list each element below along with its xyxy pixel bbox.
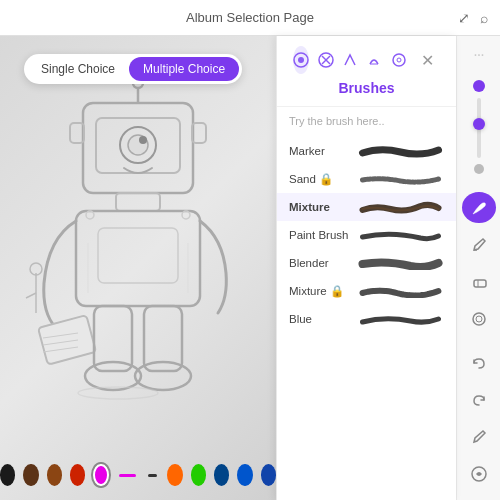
- color-brown[interactable]: [47, 464, 62, 486]
- svg-point-34: [393, 54, 405, 66]
- svg-rect-12: [38, 315, 96, 365]
- brush-tool-5[interactable]: [391, 46, 407, 74]
- palette-line-magenta: [119, 474, 137, 477]
- svg-line-23: [26, 293, 36, 298]
- color-black[interactable]: [0, 464, 15, 486]
- brush-stroke-mixture-2: [357, 283, 444, 299]
- svg-rect-9: [116, 193, 160, 211]
- effects-sidebar-button[interactable]: [462, 459, 496, 490]
- brush-stroke-marker: [357, 143, 444, 159]
- try-brush-text: Try the brush here..: [277, 107, 456, 133]
- brush-label-blender: Blender: [289, 257, 349, 269]
- svg-point-39: [473, 313, 485, 325]
- slider-track[interactable]: [477, 98, 481, 158]
- search-icon[interactable]: ⌕: [480, 10, 488, 26]
- brush-label-mixture-2: Mixture 🔒: [289, 284, 349, 298]
- edit-sidebar-button[interactable]: [462, 422, 496, 453]
- brush-item-marker[interactable]: Marker: [277, 137, 456, 165]
- brush-label-mixture: Mixture: [289, 201, 349, 213]
- header: Album Selection Page ⤢ ⌕: [0, 0, 500, 36]
- single-choice-button[interactable]: Single Choice: [27, 57, 129, 81]
- svg-rect-11: [98, 228, 178, 283]
- choice-toggle: Single Choice Multiple Choice: [24, 54, 242, 84]
- canvas-area[interactable]: Single Choice Multiple Choice: [0, 36, 276, 500]
- color-blue[interactable]: [237, 464, 252, 486]
- slider-thumb: [473, 118, 485, 130]
- svg-point-4: [139, 136, 147, 144]
- eraser-sidebar-button[interactable]: [462, 267, 496, 298]
- sidebar-dots: ···: [473, 46, 483, 64]
- brush-stroke-blender: [357, 255, 444, 271]
- brush-stroke-mixture: [357, 199, 444, 215]
- brush-label-sand: Sand 🔒: [289, 172, 349, 186]
- brush-tools-row: ✕: [289, 46, 444, 74]
- close-brushes-button[interactable]: ✕: [415, 49, 440, 72]
- brush-tool-2[interactable]: [317, 46, 333, 74]
- brush-tool-4[interactable]: [366, 46, 382, 74]
- main-area: Single Choice Multiple Choice: [0, 36, 500, 500]
- brush-stroke-blue: [357, 311, 444, 327]
- brush-list: Marker Sand 🔒 Mixture: [277, 133, 456, 500]
- robot-svg: [8, 73, 268, 463]
- redo-sidebar-button[interactable]: [462, 384, 496, 415]
- svg-point-18: [85, 362, 141, 390]
- color-green[interactable]: [191, 464, 206, 486]
- svg-rect-10: [76, 211, 200, 306]
- brush-item-sand[interactable]: Sand 🔒: [277, 165, 456, 193]
- brush-stroke-paint-brush: [357, 227, 444, 243]
- svg-point-19: [135, 362, 191, 390]
- color-palette: [0, 464, 276, 486]
- brushes-panel-header: ✕ Brushes: [277, 36, 456, 107]
- brush-stroke-sand: [357, 171, 444, 187]
- svg-rect-37: [474, 280, 486, 287]
- palette-line-dark: [148, 474, 157, 477]
- svg-point-29: [298, 57, 304, 63]
- brush-label-blue: Blue: [289, 313, 349, 325]
- color-blue-medium[interactable]: [261, 464, 276, 486]
- brush-tool-1[interactable]: [293, 46, 309, 74]
- brush-label-marker: Marker: [289, 145, 349, 157]
- brushes-title: Brushes: [289, 80, 444, 96]
- brush-item-blender[interactable]: Blender: [277, 249, 456, 277]
- brush-sidebar-button[interactable]: [462, 192, 496, 223]
- size-slider[interactable]: [473, 80, 485, 174]
- brush-tool-3[interactable]: [342, 46, 358, 74]
- color-blue-dark[interactable]: [214, 464, 229, 486]
- pen-sidebar-button[interactable]: [462, 229, 496, 260]
- smudge-sidebar-button[interactable]: [462, 304, 496, 335]
- robot-illustration: [0, 36, 276, 500]
- color-brown-dark[interactable]: [23, 464, 38, 486]
- color-magenta[interactable]: [93, 464, 108, 486]
- color-red[interactable]: [70, 464, 85, 486]
- svg-point-40: [476, 316, 482, 322]
- svg-point-35: [397, 58, 401, 62]
- right-sidebar: ···: [456, 36, 500, 500]
- undo-sidebar-button[interactable]: [462, 347, 496, 378]
- expand-icon[interactable]: ⤢: [458, 10, 470, 26]
- brushes-panel: ✕ Brushes Try the brush here.. Marker Sa…: [276, 36, 456, 500]
- header-actions: ⤢ ⌕: [458, 10, 488, 26]
- brush-item-mixture-2[interactable]: Mixture 🔒: [277, 277, 456, 305]
- brush-item-paint-brush[interactable]: Paint Brush: [277, 221, 456, 249]
- slider-thumb-top: [473, 80, 485, 92]
- brush-label-paint-brush: Paint Brush: [289, 229, 349, 241]
- slider-thumb-bottom: [474, 164, 484, 174]
- multiple-choice-button[interactable]: Multiple Choice: [129, 57, 239, 81]
- brush-item-mixture[interactable]: Mixture: [277, 193, 456, 221]
- brush-item-blue[interactable]: Blue: [277, 305, 456, 333]
- header-title: Album Selection Page: [186, 10, 314, 25]
- color-orange[interactable]: [167, 464, 182, 486]
